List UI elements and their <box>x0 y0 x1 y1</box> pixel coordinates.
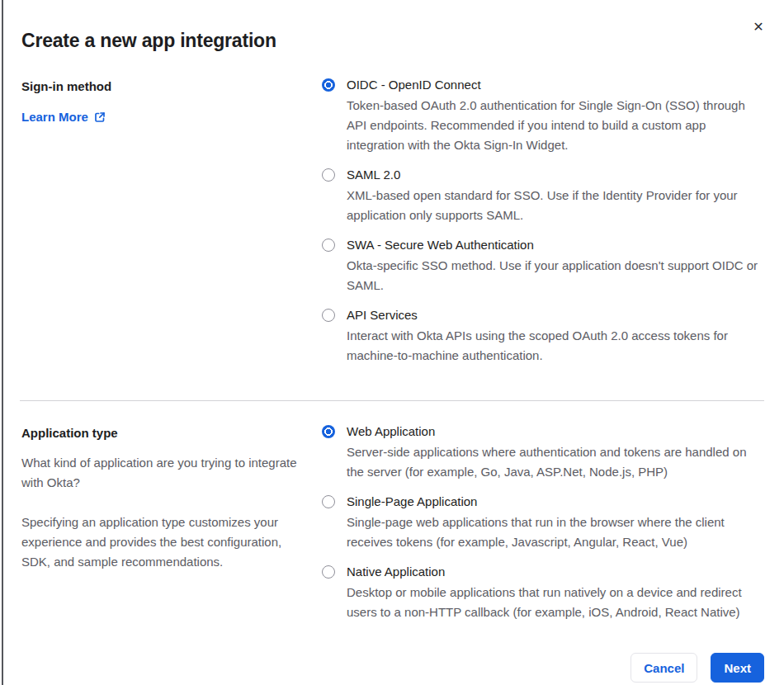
application-type-question: What kind of application are you trying … <box>21 453 314 493</box>
radio-selected-icon[interactable] <box>322 425 335 438</box>
apptype-option-web[interactable]: Web Application Server-side applications… <box>322 423 764 482</box>
radio-unselected-icon[interactable] <box>322 309 335 322</box>
option-description: Token-based OAuth 2.0 authentication for… <box>347 96 764 155</box>
section-divider <box>20 400 764 401</box>
signin-option-api-services[interactable]: API Services Interact with Okta APIs usi… <box>322 307 764 366</box>
option-label: SWA - Secure Web Authentication <box>347 237 764 253</box>
dialog-title: Create a new app integration <box>21 30 764 52</box>
signin-option-oidc[interactable]: OIDC - OpenID Connect Token-based OAuth … <box>322 77 764 155</box>
cancel-button[interactable]: Cancel <box>631 653 697 683</box>
radio-unselected-icon[interactable] <box>322 239 335 252</box>
option-label: Single-Page Application <box>347 494 764 510</box>
option-description: Interact with Okta APIs using the scoped… <box>347 326 764 366</box>
application-type-label: Application type <box>21 425 314 442</box>
apptype-option-spa[interactable]: Single-Page Application Single-page web … <box>322 494 764 552</box>
option-description: Desktop or mobile applications that run … <box>347 583 764 622</box>
create-app-integration-dialog: Create a new app integration Sign-in met… <box>21 0 764 683</box>
radio-selected-icon[interactable] <box>322 78 335 92</box>
option-label: OIDC - OpenID Connect <box>347 77 764 93</box>
option-label: SAML 2.0 <box>347 167 764 183</box>
option-description: Server-side applications where authentic… <box>347 442 764 482</box>
signin-option-swa[interactable]: SWA - Secure Web Authentication Okta-spe… <box>322 237 764 295</box>
option-label: Web Application <box>347 423 764 440</box>
option-label: API Services <box>347 307 764 324</box>
radio-unselected-icon[interactable] <box>322 565 335 579</box>
external-link-icon <box>94 111 106 123</box>
learn-more-label: Learn More <box>21 110 88 124</box>
learn-more-link[interactable]: Learn More <box>21 110 106 124</box>
sign-in-method-section: Sign-in method Learn More OIDC - OpenID … <box>21 77 764 366</box>
option-description: XML-based open standard for SSO. Use if … <box>347 186 764 225</box>
radio-unselected-icon[interactable] <box>322 168 335 182</box>
option-description: Okta-specific SSO method. Use if your ap… <box>347 256 764 295</box>
apptype-option-native[interactable]: Native Application Desktop or mobile app… <box>322 564 764 622</box>
sign-in-method-left-column: Sign-in method Learn More <box>21 77 314 366</box>
application-type-left-column: Application type What kind of applicatio… <box>21 423 314 622</box>
application-type-explainer: Specifying an application type customize… <box>21 513 314 572</box>
application-type-options: Web Application Server-side applications… <box>322 423 764 622</box>
sign-in-method-options: OIDC - OpenID Connect Token-based OAuth … <box>322 77 764 366</box>
next-button[interactable]: Next <box>711 653 764 683</box>
sign-in-method-label: Sign-in method <box>21 78 314 95</box>
option-label: Native Application <box>347 564 764 580</box>
dialog-footer: Cancel Next <box>21 653 764 683</box>
signin-option-saml[interactable]: SAML 2.0 XML-based open standard for SSO… <box>322 167 764 225</box>
option-description: Single-page web applications that run in… <box>347 513 764 552</box>
application-type-section: Application type What kind of applicatio… <box>21 423 764 622</box>
radio-unselected-icon[interactable] <box>322 495 335 508</box>
